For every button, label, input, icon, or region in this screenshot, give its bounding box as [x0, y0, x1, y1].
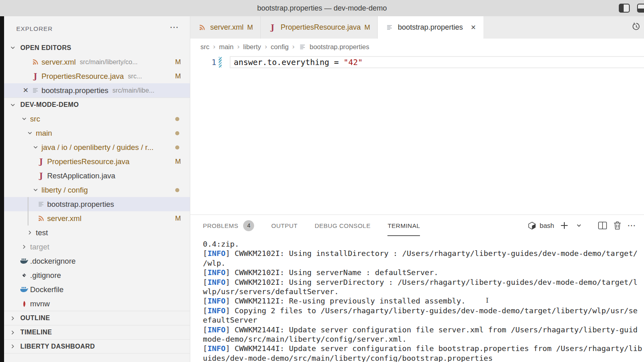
breadcrumb-item-liberty[interactable]: liberty — [243, 43, 261, 51]
panel-tab-problems[interactable]: PROBLEMS4 — [203, 215, 254, 236]
code-line-1[interactable]: 1 answer.to.everything = "42" — [190, 56, 644, 68]
bracket: ] — [226, 325, 235, 334]
launch-profile-chevron-icon[interactable] — [574, 221, 583, 230]
breadcrumb-separator: › — [292, 43, 295, 51]
sidebar-section-timeline[interactable]: TIMELINE — [4, 325, 190, 339]
tree-item-propertiesresource-java[interactable]: JPropertiesResource.javaM — [4, 154, 190, 169]
panel-tab-terminal[interactable]: TERMINAL — [387, 215, 420, 236]
terminal-line: uides/dev-mode-demo/src/main/liberty/con… — [203, 353, 644, 362]
tree-item-label: .gitignore — [30, 271, 61, 280]
toggle-panel-icon[interactable] — [637, 4, 644, 13]
tree-item-src[interactable]: src — [4, 112, 190, 126]
breadcrumb-item-src[interactable]: src — [200, 43, 209, 51]
tree-item-test[interactable]: test — [4, 225, 190, 240]
panel-tab-output[interactable]: OUTPUT — [271, 215, 298, 236]
terminal-line: [INFO] CWWKM2102I: Using serverName : de… — [203, 268, 644, 277]
tab-propertiesresource-java[interactable]: JPropertiesResource.javaM — [261, 16, 378, 39]
breadcrumb-item-bootstrap-properties[interactable]: bootstrap.properties — [298, 43, 370, 51]
tree-item-label: mvnw — [30, 299, 50, 308]
tab-server-xml[interactable]: server.xmlM — [190, 16, 261, 39]
shell-label: bash — [540, 222, 554, 230]
tree-item-gitignore[interactable]: .gitignore — [4, 268, 190, 282]
toggle-sidebar-icon[interactable] — [619, 4, 630, 13]
chevron-down-icon — [31, 186, 40, 194]
sidebar-section-outline[interactable]: OUTLINE — [4, 311, 190, 325]
line-number: 1 — [190, 58, 216, 67]
changes-dot-badge — [175, 188, 179, 192]
tree-item-java-io-openliberty-guides-r[interactable]: java / io / openliberty / guides / r... — [4, 140, 190, 154]
java-icon: J — [37, 158, 46, 166]
terminal-text: 0.4:zip. — [203, 240, 239, 248]
open-editor-server-xml[interactable]: server.xmlsrc/main/liberty/co...M — [4, 55, 190, 69]
breadcrumb: src›main›liberty›config›bootstrap.proper… — [190, 39, 644, 55]
timeline-history-icon[interactable] — [632, 22, 641, 30]
file-name: PropertiesResource.java — [41, 72, 124, 81]
problems-count-badge: 4 — [243, 220, 254, 231]
log-level-tag: INFO — [207, 344, 226, 353]
explorer-sidebar: EXPLORER ⋯ OPEN EDITORS server.xmlsrc/ma… — [4, 16, 190, 362]
explorer-title: EXPLORER — [16, 25, 53, 32]
file-name: server.xml — [41, 58, 76, 67]
terminal-text: wlp/usr/servers/defaultServer. — [203, 287, 339, 296]
modified-badge: M — [247, 24, 253, 32]
sidebar-section-liberty-dashboard[interactable]: LIBERTY DASHBOARD — [4, 339, 190, 353]
kill-terminal-icon[interactable] — [613, 221, 622, 230]
file-tree: srcmainjava / io / openliberty / guides … — [4, 112, 190, 311]
bracket: [ — [203, 268, 207, 277]
tree-item-server-xml[interactable]: server.xmlM — [4, 211, 190, 225]
tab-bootstrap-properties[interactable]: bootstrap.properties✕ — [378, 16, 483, 39]
tree-item-label: target — [30, 243, 49, 251]
open-editor-propertiesresource-java[interactable]: JPropertiesResource.javasrc...M — [4, 69, 190, 83]
maven-icon — [20, 300, 28, 308]
tree-item-label: .dockerignore — [30, 257, 76, 266]
panel-tabs: PROBLEMS4OUTPUTDEBUG CONSOLETERMINAL — [203, 215, 437, 236]
bash-icon — [527, 221, 536, 230]
close-icon[interactable]: ✕ — [471, 24, 476, 31]
tree-item-target[interactable]: target — [4, 240, 190, 254]
tree-item-mvnw[interactable]: mvnw — [4, 297, 190, 311]
editor-area: server.xmlMJPropertiesResource.javaMboot… — [190, 16, 644, 362]
explorer-more-actions-icon[interactable]: ⋯ — [170, 22, 179, 33]
more-actions-icon[interactable]: ⋯ — [627, 221, 637, 230]
bracket: ] — [226, 344, 235, 353]
breadcrumb-separator: › — [265, 43, 267, 51]
indent-guide — [28, 197, 28, 211]
tree-item-restapplication-java[interactable]: JRestApplication.java — [4, 169, 190, 183]
terminal-shell-selector[interactable]: bash — [527, 221, 554, 230]
open-editors-header[interactable]: OPEN EDITORS — [4, 41, 190, 55]
terminal-text: efaultServer — [203, 316, 257, 324]
tree-item-label: server.xml — [47, 214, 81, 223]
terminal-line: efaultServer — [203, 315, 644, 325]
new-terminal-icon[interactable] — [560, 221, 569, 230]
close-icon[interactable]: ✕ — [20, 86, 31, 95]
sidebar-header: EXPLORER ⋯ — [4, 16, 190, 41]
code-editor[interactable]: 1 answer.to.everything = "42" — [190, 55, 644, 215]
bracket: ] — [226, 306, 235, 315]
terminal-toolbar: bash⋯ — [527, 215, 637, 236]
terminal-line: 0.4:zip. — [203, 239, 644, 249]
chevron-right-icon — [8, 328, 17, 336]
title-bar: bootstrap.properties — dev-mode-demo — [0, 0, 644, 16]
panel-tab-debug-console[interactable]: DEBUG CONSOLE — [315, 215, 370, 236]
tree-item-label: src — [30, 115, 40, 124]
split-terminal-icon[interactable] — [598, 221, 607, 230]
tree-item-bootstrap-properties[interactable]: bootstrap.properties — [4, 197, 190, 211]
breadcrumb-item-config[interactable]: config — [271, 43, 289, 51]
open-editor-bootstrap-properties[interactable]: ✕bootstrap.propertiessrc/main/libe... — [4, 83, 190, 98]
terminal-text: /wlp. — [203, 259, 226, 267]
tree-item-label: liberty / config — [41, 186, 88, 195]
file-path: src/main/liberty/co... — [80, 59, 137, 66]
panel-tab-label: TERMINAL — [387, 222, 420, 229]
project-root-header[interactable]: DEV-MODE-DEMO — [4, 98, 190, 112]
tree-item-main[interactable]: main — [4, 126, 190, 140]
terminal-line: [INFO] CWWKM2144I: Update server configu… — [203, 344, 644, 353]
bracket: ] — [226, 278, 235, 286]
tree-item-dockerfile[interactable]: Dockerfile — [4, 282, 190, 297]
breadcrumb-item-main[interactable]: main — [219, 43, 234, 51]
tab-label: PropertiesResource.java — [281, 23, 361, 32]
chevron-down-icon — [20, 115, 28, 123]
terminal-output[interactable]: 0.4:zip.[INFO] CWWKM2102I: Using install… — [190, 236, 644, 362]
xml-icon — [198, 24, 207, 32]
tree-item-liberty-config[interactable]: liberty / config — [4, 183, 190, 197]
tree-item-dockerignore[interactable]: .dockerignore — [4, 254, 190, 268]
